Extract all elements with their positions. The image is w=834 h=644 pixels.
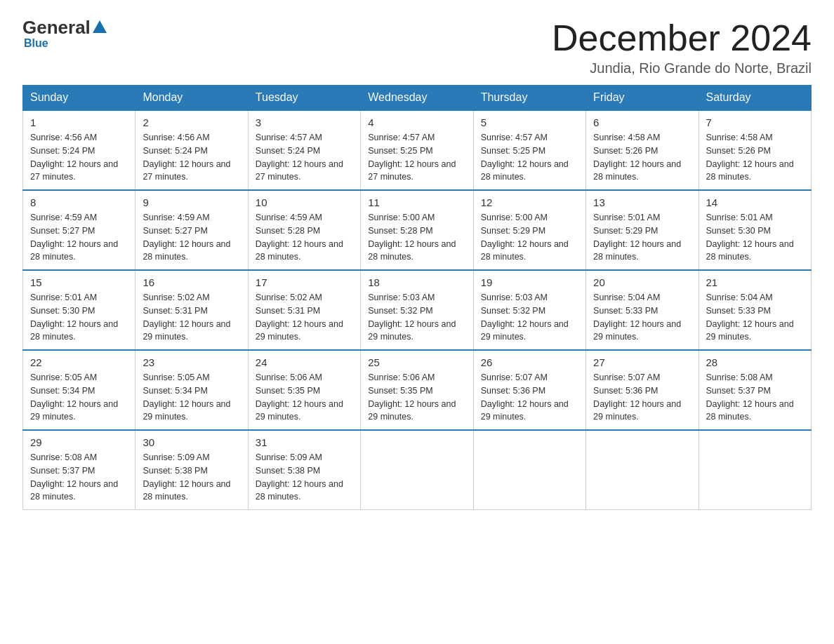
calendar-week-row: 1Sunrise: 4:56 AMSunset: 5:24 PMDaylight… xyxy=(23,110,812,190)
calendar-cell: 23Sunrise: 5:05 AMSunset: 5:34 PMDayligh… xyxy=(135,350,248,430)
weekday-header-tuesday: Tuesday xyxy=(248,86,360,111)
day-number: 2 xyxy=(143,116,240,128)
calendar-cell: 10Sunrise: 4:59 AMSunset: 5:28 PMDayligh… xyxy=(248,190,360,270)
day-info: Sunrise: 5:09 AMSunset: 5:38 PMDaylight:… xyxy=(256,451,353,504)
calendar-cell: 15Sunrise: 5:01 AMSunset: 5:30 PMDayligh… xyxy=(23,270,135,350)
calendar-cell: 22Sunrise: 5:05 AMSunset: 5:34 PMDayligh… xyxy=(23,350,135,430)
page-header: General Blue December 2024 Jundia, Rio G… xyxy=(22,17,812,76)
logo-triangle-icon xyxy=(93,20,107,33)
day-number: 19 xyxy=(481,276,578,288)
day-info: Sunrise: 5:01 AMSunset: 5:29 PMDaylight:… xyxy=(593,211,691,264)
day-number: 20 xyxy=(593,276,691,288)
weekday-header-sunday: Sunday xyxy=(23,86,135,111)
calendar-cell: 7Sunrise: 4:58 AMSunset: 5:26 PMDaylight… xyxy=(699,110,811,190)
calendar-cell: 19Sunrise: 5:03 AMSunset: 5:32 PMDayligh… xyxy=(473,270,585,350)
calendar-cell: 27Sunrise: 5:07 AMSunset: 5:36 PMDayligh… xyxy=(586,350,699,430)
day-info: Sunrise: 5:06 AMSunset: 5:35 PMDaylight:… xyxy=(256,371,353,424)
weekday-header-friday: Friday xyxy=(586,86,699,111)
day-info: Sunrise: 5:04 AMSunset: 5:33 PMDaylight:… xyxy=(593,291,691,344)
day-number: 18 xyxy=(368,276,465,288)
weekday-header-row: SundayMondayTuesdayWednesdayThursdayFrid… xyxy=(23,86,812,111)
day-number: 30 xyxy=(143,436,240,448)
day-number: 8 xyxy=(30,196,128,208)
day-info: Sunrise: 5:07 AMSunset: 5:36 PMDaylight:… xyxy=(481,371,578,424)
calendar-cell xyxy=(586,430,699,510)
weekday-header-thursday: Thursday xyxy=(473,86,585,111)
day-number: 23 xyxy=(143,356,240,368)
weekday-header-saturday: Saturday xyxy=(699,86,811,111)
weekday-header-monday: Monday xyxy=(135,86,248,111)
day-info: Sunrise: 4:58 AMSunset: 5:26 PMDaylight:… xyxy=(706,131,804,184)
logo-general: General xyxy=(22,17,91,39)
calendar-cell: 4Sunrise: 4:57 AMSunset: 5:25 PMDaylight… xyxy=(361,110,473,190)
calendar-cell: 9Sunrise: 4:59 AMSunset: 5:27 PMDaylight… xyxy=(135,190,248,270)
day-info: Sunrise: 5:04 AMSunset: 5:33 PMDaylight:… xyxy=(706,291,804,344)
day-info: Sunrise: 4:58 AMSunset: 5:26 PMDaylight:… xyxy=(593,131,691,184)
day-number: 24 xyxy=(256,356,353,368)
day-info: Sunrise: 5:06 AMSunset: 5:35 PMDaylight:… xyxy=(368,371,465,424)
day-number: 13 xyxy=(593,196,691,208)
calendar-cell: 2Sunrise: 4:56 AMSunset: 5:24 PMDaylight… xyxy=(135,110,248,190)
location-subtitle: Jundia, Rio Grande do Norte, Brazil xyxy=(552,60,812,76)
calendar-cell: 11Sunrise: 5:00 AMSunset: 5:28 PMDayligh… xyxy=(361,190,473,270)
calendar-cell: 13Sunrise: 5:01 AMSunset: 5:29 PMDayligh… xyxy=(586,190,699,270)
calendar-week-row: 22Sunrise: 5:05 AMSunset: 5:34 PMDayligh… xyxy=(23,350,812,430)
day-info: Sunrise: 5:05 AMSunset: 5:34 PMDaylight:… xyxy=(143,371,240,424)
calendar-cell: 30Sunrise: 5:09 AMSunset: 5:38 PMDayligh… xyxy=(135,430,248,510)
logo: General Blue xyxy=(22,17,107,50)
calendar-cell: 16Sunrise: 5:02 AMSunset: 5:31 PMDayligh… xyxy=(135,270,248,350)
day-info: Sunrise: 5:07 AMSunset: 5:36 PMDaylight:… xyxy=(593,371,691,424)
calendar-cell: 21Sunrise: 5:04 AMSunset: 5:33 PMDayligh… xyxy=(699,270,811,350)
day-number: 15 xyxy=(30,276,128,288)
day-number: 10 xyxy=(256,196,353,208)
day-info: Sunrise: 5:01 AMSunset: 5:30 PMDaylight:… xyxy=(30,291,128,344)
calendar-cell xyxy=(699,430,811,510)
calendar-cell: 1Sunrise: 4:56 AMSunset: 5:24 PMDaylight… xyxy=(23,110,135,190)
day-number: 28 xyxy=(706,356,804,368)
day-info: Sunrise: 5:00 AMSunset: 5:29 PMDaylight:… xyxy=(481,211,578,264)
day-number: 11 xyxy=(368,196,465,208)
calendar-table: SundayMondayTuesdayWednesdayThursdayFrid… xyxy=(22,85,812,510)
day-info: Sunrise: 4:59 AMSunset: 5:28 PMDaylight:… xyxy=(256,211,353,264)
day-info: Sunrise: 5:08 AMSunset: 5:37 PMDaylight:… xyxy=(706,371,804,424)
day-number: 31 xyxy=(256,436,353,448)
day-number: 4 xyxy=(368,116,465,128)
day-number: 12 xyxy=(481,196,578,208)
calendar-cell: 28Sunrise: 5:08 AMSunset: 5:37 PMDayligh… xyxy=(699,350,811,430)
day-number: 16 xyxy=(143,276,240,288)
calendar-week-row: 29Sunrise: 5:08 AMSunset: 5:37 PMDayligh… xyxy=(23,430,812,510)
day-info: Sunrise: 4:57 AMSunset: 5:24 PMDaylight:… xyxy=(256,131,353,184)
day-number: 29 xyxy=(30,436,128,448)
day-info: Sunrise: 4:57 AMSunset: 5:25 PMDaylight:… xyxy=(481,131,578,184)
calendar-cell xyxy=(473,430,585,510)
day-number: 7 xyxy=(706,116,804,128)
weekday-header-wednesday: Wednesday xyxy=(361,86,473,111)
day-number: 22 xyxy=(30,356,128,368)
calendar-cell: 18Sunrise: 5:03 AMSunset: 5:32 PMDayligh… xyxy=(361,270,473,350)
calendar-cell: 24Sunrise: 5:06 AMSunset: 5:35 PMDayligh… xyxy=(248,350,360,430)
day-info: Sunrise: 4:59 AMSunset: 5:27 PMDaylight:… xyxy=(143,211,240,264)
day-info: Sunrise: 4:56 AMSunset: 5:24 PMDaylight:… xyxy=(143,131,240,184)
calendar-cell: 17Sunrise: 5:02 AMSunset: 5:31 PMDayligh… xyxy=(248,270,360,350)
calendar-cell: 29Sunrise: 5:08 AMSunset: 5:37 PMDayligh… xyxy=(23,430,135,510)
day-info: Sunrise: 5:02 AMSunset: 5:31 PMDaylight:… xyxy=(143,291,240,344)
day-info: Sunrise: 5:01 AMSunset: 5:30 PMDaylight:… xyxy=(706,211,804,264)
day-number: 21 xyxy=(706,276,804,288)
day-info: Sunrise: 5:05 AMSunset: 5:34 PMDaylight:… xyxy=(30,371,128,424)
day-info: Sunrise: 5:00 AMSunset: 5:28 PMDaylight:… xyxy=(368,211,465,264)
day-number: 25 xyxy=(368,356,465,368)
day-number: 27 xyxy=(593,356,691,368)
day-info: Sunrise: 4:59 AMSunset: 5:27 PMDaylight:… xyxy=(30,211,128,264)
calendar-cell: 25Sunrise: 5:06 AMSunset: 5:35 PMDayligh… xyxy=(361,350,473,430)
day-info: Sunrise: 5:03 AMSunset: 5:32 PMDaylight:… xyxy=(481,291,578,344)
day-info: Sunrise: 5:09 AMSunset: 5:38 PMDaylight:… xyxy=(143,451,240,504)
calendar-week-row: 15Sunrise: 5:01 AMSunset: 5:30 PMDayligh… xyxy=(23,270,812,350)
day-number: 1 xyxy=(30,116,128,128)
month-year-title: December 2024 xyxy=(552,17,812,59)
day-number: 26 xyxy=(481,356,578,368)
calendar-cell: 8Sunrise: 4:59 AMSunset: 5:27 PMDaylight… xyxy=(23,190,135,270)
calendar-cell: 3Sunrise: 4:57 AMSunset: 5:24 PMDaylight… xyxy=(248,110,360,190)
day-number: 17 xyxy=(256,276,353,288)
day-info: Sunrise: 4:57 AMSunset: 5:25 PMDaylight:… xyxy=(368,131,465,184)
calendar-week-row: 8Sunrise: 4:59 AMSunset: 5:27 PMDaylight… xyxy=(23,190,812,270)
